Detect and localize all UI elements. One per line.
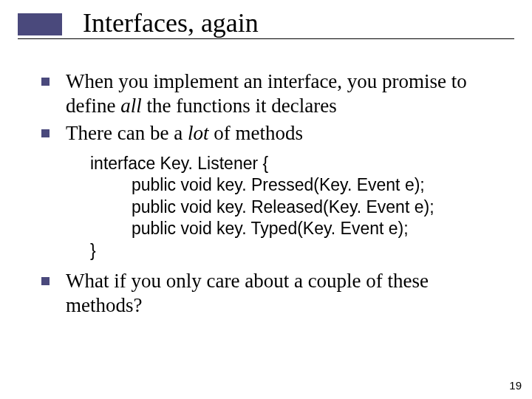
bullet-item: When you implement an interface, you pro… — [41, 69, 499, 118]
bullet-text: There can be a lot of methods — [66, 121, 303, 146]
bullet-item: What if you only care about a couple of … — [41, 269, 499, 318]
code-line: } — [90, 240, 499, 262]
code-line: public void key. Typed(Key. Event e); — [90, 218, 499, 239]
bullet-text-fragment: There can be a — [66, 122, 188, 144]
code-block: interface Key. Listener { public void ke… — [90, 153, 499, 262]
bullet-text-fragment: the functions it declares — [142, 95, 337, 117]
title-underline — [18, 38, 514, 39]
slide-title: Interfaces, again — [83, 7, 259, 38]
code-line: interface Key. Listener { — [90, 153, 499, 174]
code-line: public void key. Released(Key. Event e); — [90, 197, 499, 218]
bullet-item: There can be a lot of methods — [41, 121, 499, 146]
square-bullet-icon — [41, 277, 50, 285]
title-accent-bar — [18, 13, 62, 35]
bullet-text: What if you only care about a couple of … — [66, 269, 499, 318]
bullet-text: When you implement an interface, you pro… — [66, 69, 499, 118]
slide-body: When you implement an interface, you pro… — [41, 69, 499, 321]
bullet-text-italic: lot — [188, 122, 209, 144]
page-number: 19 — [509, 379, 522, 392]
square-bullet-icon — [41, 129, 50, 137]
bullet-text-fragment: of methods — [208, 122, 303, 144]
slide: Interfaces, again When you implement an … — [0, 0, 532, 399]
bullet-text-italic: all — [120, 95, 142, 117]
square-bullet-icon — [41, 78, 50, 86]
code-line: public void key. Pressed(Key. Event e); — [90, 174, 499, 196]
